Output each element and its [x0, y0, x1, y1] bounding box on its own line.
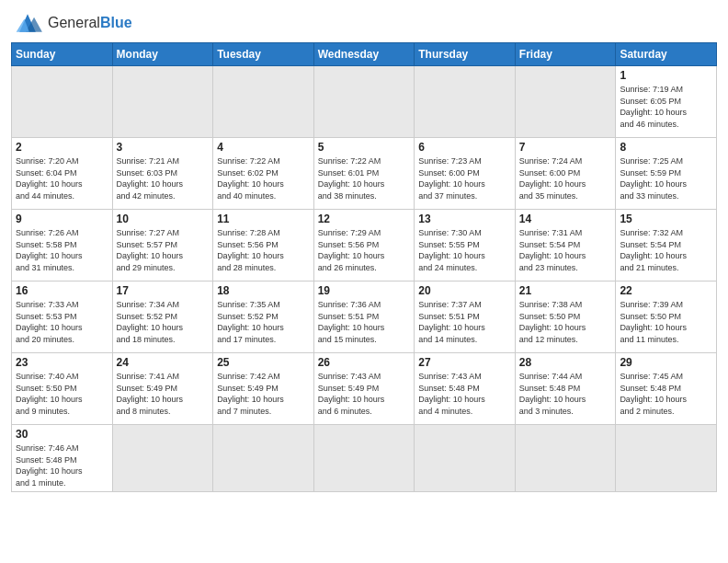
- sun-info: Sunrise: 7:25 AMSunset: 5:59 PMDaylight:…: [620, 155, 712, 201]
- calendar-cell: 11Sunrise: 7:28 AMSunset: 5:56 PMDayligh…: [213, 210, 314, 282]
- calendar-week-3: 16Sunrise: 7:33 AMSunset: 5:53 PMDayligh…: [12, 282, 717, 353]
- sun-info: Sunrise: 7:40 AMSunset: 5:50 PMDaylight:…: [16, 371, 108, 417]
- day-number: 5: [318, 141, 411, 154]
- page-container: GeneralBlue SundayMondayTuesdayWednesday…: [0, 0, 728, 498]
- logo-text: GeneralBlue: [48, 15, 132, 31]
- sun-info: Sunrise: 7:29 AMSunset: 5:56 PMDaylight:…: [318, 227, 411, 273]
- day-number: 4: [217, 141, 310, 154]
- calendar-week-2: 9Sunrise: 7:26 AMSunset: 5:58 PMDaylight…: [12, 210, 717, 282]
- calendar-cell: [415, 425, 516, 492]
- calendar-cell: 5Sunrise: 7:22 AMSunset: 6:01 PMDaylight…: [313, 138, 415, 210]
- day-number: 23: [16, 356, 108, 369]
- day-number: 2: [16, 141, 108, 154]
- sun-info: Sunrise: 7:28 AMSunset: 5:56 PMDaylight:…: [217, 227, 310, 273]
- calendar-cell: 1Sunrise: 7:19 AMSunset: 6:05 PMDaylight…: [616, 66, 717, 138]
- sun-info: Sunrise: 7:46 AMSunset: 5:48 PMDaylight:…: [16, 442, 108, 488]
- calendar-week-4: 23Sunrise: 7:40 AMSunset: 5:50 PMDayligh…: [12, 353, 717, 425]
- calendar-cell: 12Sunrise: 7:29 AMSunset: 5:56 PMDayligh…: [313, 210, 415, 282]
- calendar-cell: [112, 425, 213, 492]
- logo-icon: [11, 9, 44, 37]
- calendar-cell: 23Sunrise: 7:40 AMSunset: 5:50 PMDayligh…: [12, 353, 113, 425]
- sun-info: Sunrise: 7:41 AMSunset: 5:49 PMDaylight:…: [117, 371, 210, 417]
- day-number: 13: [418, 213, 511, 225]
- day-number: 12: [318, 213, 411, 225]
- day-header-friday: Friday: [515, 43, 616, 66]
- calendar-table: SundayMondayTuesdayWednesdayThursdayFrid…: [11, 42, 717, 492]
- calendar-cell: [313, 425, 415, 492]
- calendar-cell: [112, 66, 213, 138]
- day-number: 28: [519, 356, 612, 369]
- calendar-cell: 7Sunrise: 7:24 AMSunset: 6:00 PMDaylight…: [515, 138, 616, 210]
- day-number: 29: [620, 356, 712, 369]
- calendar-cell: 25Sunrise: 7:42 AMSunset: 5:49 PMDayligh…: [213, 353, 314, 425]
- day-number: 17: [117, 284, 210, 297]
- calendar-cell: [213, 66, 314, 138]
- day-header-wednesday: Wednesday: [313, 43, 415, 66]
- sun-info: Sunrise: 7:26 AMSunset: 5:58 PMDaylight:…: [16, 227, 108, 273]
- sun-info: Sunrise: 7:37 AMSunset: 5:51 PMDaylight:…: [418, 299, 511, 345]
- day-number: 16: [16, 284, 108, 297]
- sun-info: Sunrise: 7:21 AMSunset: 6:03 PMDaylight:…: [117, 155, 210, 201]
- day-number: 21: [519, 284, 612, 297]
- day-header-tuesday: Tuesday: [213, 43, 314, 66]
- day-number: 9: [16, 213, 108, 225]
- calendar-week-0: 1Sunrise: 7:19 AMSunset: 6:05 PMDaylight…: [12, 66, 717, 138]
- sun-info: Sunrise: 7:22 AMSunset: 6:02 PMDaylight:…: [217, 155, 310, 201]
- sun-info: Sunrise: 7:32 AMSunset: 5:54 PMDaylight:…: [620, 227, 712, 273]
- sun-info: Sunrise: 7:38 AMSunset: 5:50 PMDaylight:…: [519, 299, 612, 345]
- calendar-cell: 9Sunrise: 7:26 AMSunset: 5:58 PMDaylight…: [12, 210, 113, 282]
- day-number: 19: [318, 284, 411, 297]
- day-number: 1: [620, 69, 712, 82]
- calendar-cell: 16Sunrise: 7:33 AMSunset: 5:53 PMDayligh…: [12, 282, 113, 353]
- calendar-cell: 28Sunrise: 7:44 AMSunset: 5:48 PMDayligh…: [515, 353, 616, 425]
- sun-info: Sunrise: 7:19 AMSunset: 6:05 PMDaylight:…: [620, 84, 712, 130]
- calendar-cell: 30Sunrise: 7:46 AMSunset: 5:48 PMDayligh…: [12, 425, 113, 492]
- calendar-cell: [415, 66, 516, 138]
- calendar-cell: 15Sunrise: 7:32 AMSunset: 5:54 PMDayligh…: [616, 210, 717, 282]
- calendar-cell: [515, 66, 616, 138]
- day-number: 10: [117, 213, 210, 225]
- sun-info: Sunrise: 7:34 AMSunset: 5:52 PMDaylight:…: [117, 299, 210, 345]
- header: GeneralBlue: [11, 9, 717, 37]
- calendar-cell: 3Sunrise: 7:21 AMSunset: 6:03 PMDaylight…: [112, 138, 213, 210]
- calendar-cell: 19Sunrise: 7:36 AMSunset: 5:51 PMDayligh…: [313, 282, 415, 353]
- calendar-cell: 27Sunrise: 7:43 AMSunset: 5:48 PMDayligh…: [415, 353, 516, 425]
- sun-info: Sunrise: 7:44 AMSunset: 5:48 PMDaylight:…: [519, 371, 612, 417]
- day-number: 3: [117, 141, 210, 154]
- sun-info: Sunrise: 7:20 AMSunset: 6:04 PMDaylight:…: [16, 155, 108, 201]
- day-number: 30: [16, 428, 108, 441]
- day-number: 24: [117, 356, 210, 369]
- calendar-cell: 26Sunrise: 7:43 AMSunset: 5:49 PMDayligh…: [313, 353, 415, 425]
- sun-info: Sunrise: 7:22 AMSunset: 6:01 PMDaylight:…: [318, 155, 411, 201]
- sun-info: Sunrise: 7:36 AMSunset: 5:51 PMDaylight:…: [318, 299, 411, 345]
- sun-info: Sunrise: 7:39 AMSunset: 5:50 PMDaylight:…: [620, 299, 712, 345]
- day-number: 20: [418, 284, 511, 297]
- calendar-week-5: 30Sunrise: 7:46 AMSunset: 5:48 PMDayligh…: [12, 425, 717, 492]
- day-number: 22: [620, 284, 712, 297]
- day-number: 6: [418, 141, 511, 154]
- sun-info: Sunrise: 7:43 AMSunset: 5:49 PMDaylight:…: [318, 371, 411, 417]
- sun-info: Sunrise: 7:33 AMSunset: 5:53 PMDaylight:…: [16, 299, 108, 345]
- calendar-cell: [616, 425, 717, 492]
- sun-info: Sunrise: 7:42 AMSunset: 5:49 PMDaylight:…: [217, 371, 310, 417]
- calendar-week-1: 2Sunrise: 7:20 AMSunset: 6:04 PMDaylight…: [12, 138, 717, 210]
- sun-info: Sunrise: 7:43 AMSunset: 5:48 PMDaylight:…: [418, 371, 511, 417]
- sun-info: Sunrise: 7:23 AMSunset: 6:00 PMDaylight:…: [418, 155, 511, 201]
- day-header-monday: Monday: [112, 43, 213, 66]
- calendar-cell: 20Sunrise: 7:37 AMSunset: 5:51 PMDayligh…: [415, 282, 516, 353]
- sun-info: Sunrise: 7:27 AMSunset: 5:57 PMDaylight:…: [117, 227, 210, 273]
- calendar-cell: 18Sunrise: 7:35 AMSunset: 5:52 PMDayligh…: [213, 282, 314, 353]
- calendar-cell: [213, 425, 314, 492]
- day-number: 27: [418, 356, 511, 369]
- day-number: 11: [217, 213, 310, 225]
- calendar-cell: 17Sunrise: 7:34 AMSunset: 5:52 PMDayligh…: [112, 282, 213, 353]
- calendar-cell: 8Sunrise: 7:25 AMSunset: 5:59 PMDaylight…: [616, 138, 717, 210]
- sun-info: Sunrise: 7:31 AMSunset: 5:54 PMDaylight:…: [519, 227, 612, 273]
- day-header-thursday: Thursday: [415, 43, 516, 66]
- day-number: 15: [620, 213, 712, 225]
- calendar-cell: 2Sunrise: 7:20 AMSunset: 6:04 PMDaylight…: [12, 138, 113, 210]
- calendar-cell: [313, 66, 415, 138]
- calendar-cell: 14Sunrise: 7:31 AMSunset: 5:54 PMDayligh…: [515, 210, 616, 282]
- day-number: 18: [217, 284, 310, 297]
- calendar-cell: 22Sunrise: 7:39 AMSunset: 5:50 PMDayligh…: [616, 282, 717, 353]
